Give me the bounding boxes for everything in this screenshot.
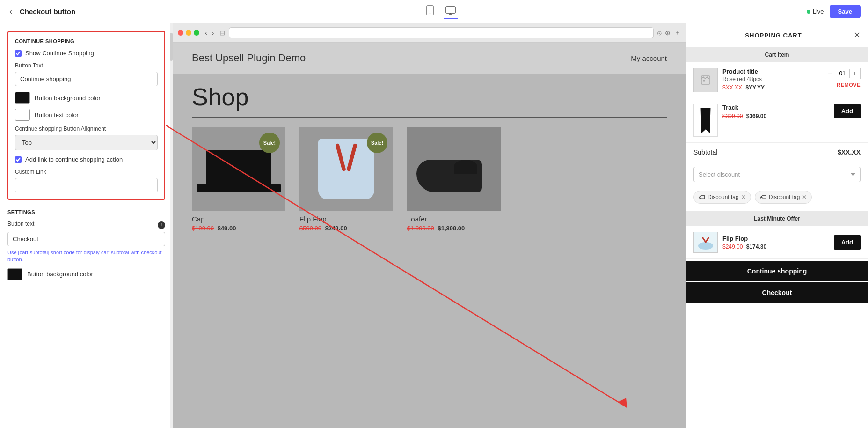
hat-brim [197, 184, 281, 192]
cart-item-title-2: Track [722, 104, 829, 111]
save-button[interactable]: Save [830, 5, 861, 18]
offer-info: Flip Flop $249.00 $174.30 [722, 235, 829, 250]
shop-divider [192, 117, 667, 118]
qty-control-1: − 01 + [824, 68, 861, 79]
cap-old-price: $199.00 [192, 225, 214, 232]
product-thumbnail-2 [693, 104, 718, 137]
add-button-track[interactable]: Add [834, 104, 861, 118]
scroll-thumb [170, 33, 173, 61]
custom-link-input[interactable] [15, 178, 158, 192]
product-prices-cap: $199.00 $49.00 [192, 225, 236, 232]
svg-point-1 [430, 13, 430, 14]
cart-item-header: Cart Item [686, 47, 868, 62]
bg-color-label: Button background color [35, 95, 101, 102]
item2-new-price: $369.00 [746, 113, 766, 119]
show-continue-label[interactable]: Show Continue Shopping [25, 50, 94, 57]
top-bar-left: ‹ Checkout button [7, 5, 75, 18]
hat-shape [206, 150, 271, 192]
cart-item-controls-1: − 01 + REMOVE [824, 68, 861, 88]
sale-badge-flipflop: Sale! [367, 133, 387, 153]
button-text-label: Button Text [15, 62, 158, 69]
show-continue-checkbox[interactable] [15, 50, 22, 57]
hint-text: Use [cart-subtotal] short code for dispa… [7, 249, 165, 264]
center-area: ‹ › ⊟ ⎋ ⊕ ＋ Best Upsell Plugin Demo My a… [173, 23, 686, 428]
svg-rect-2 [446, 7, 455, 13]
settings-button-text-label: Button text [7, 221, 34, 227]
continue-shopping-section: CONTINUE SHOPPING Show Continue Shopping… [7, 31, 165, 200]
shop-label: Shop [192, 83, 667, 111]
url-bar[interactable] [229, 27, 654, 38]
discount-tag-remove-1[interactable]: ✕ [741, 194, 746, 200]
discount-select[interactable]: Select discount [693, 167, 861, 182]
bg-color-row: Button background color [15, 92, 158, 104]
qty-increase-1[interactable]: + [850, 68, 860, 79]
desktop-icon[interactable] [444, 4, 458, 19]
text-color-row: Button text color [15, 109, 158, 121]
tag-icon-2: 🏷 [760, 193, 766, 201]
text-color-swatch[interactable] [15, 109, 30, 121]
add-button-offer[interactable]: Add [834, 235, 861, 250]
discount-tag-2[interactable]: 🏷 Discount tag ✕ [755, 191, 812, 204]
settings-bg-color-swatch[interactable] [7, 268, 22, 280]
discount-tag-remove-2[interactable]: ✕ [802, 194, 807, 200]
scroll-indicator[interactable] [170, 23, 173, 428]
shop-account-link[interactable]: My account [631, 54, 667, 62]
checkout-button[interactable]: Checkout [686, 282, 868, 303]
back-button[interactable]: ‹ [7, 5, 14, 18]
plus-button[interactable]: ＋ [674, 29, 681, 37]
cart-item-price-1: $XX.XX $YY.YY [722, 84, 819, 91]
offer-new-price: $174.30 [746, 244, 766, 250]
minimize-traffic-light[interactable] [186, 30, 191, 36]
qty-decrease-1[interactable]: − [824, 68, 835, 79]
sidebar-toggle-button[interactable]: ⊟ [219, 29, 225, 37]
product-prices-loafer: $1,999.00 $1,899.00 [407, 225, 465, 232]
product-img-cap: Sale! [192, 127, 285, 211]
discount-tag-label-1: Discount tag [708, 194, 739, 200]
settings-button-text-input[interactable] [7, 232, 165, 246]
top-bar: ‹ Checkout button Live Save [0, 0, 868, 23]
continue-shopping-title: CONTINUE SHOPPING [15, 38, 158, 44]
flipflop-offer-img [693, 232, 718, 253]
close-cart-button[interactable]: ✕ [853, 30, 861, 40]
offer-prices: $249.00 $174.30 [722, 244, 829, 250]
bg-color-swatch[interactable] [15, 92, 30, 104]
share-button[interactable]: ⎋ [657, 29, 661, 37]
loafer-old-price: $1,999.00 [407, 225, 434, 232]
bookmark-button[interactable]: ⊕ [665, 29, 671, 37]
button-text-input[interactable] [15, 72, 158, 86]
add-link-label[interactable]: Add link to continue shopping action [25, 156, 123, 163]
sale-badge-cap: Sale! [259, 133, 280, 153]
product-name-loafer: Loafer [407, 215, 427, 223]
subtotal-row: Subtotal $XX.XX [686, 143, 868, 162]
product-card-flipflop: Sale! Flip Flop $599.00 $249.00 [299, 127, 393, 232]
remove-button-1[interactable]: REMOVE [837, 82, 861, 88]
track-pants-icon [699, 108, 713, 133]
back-nav-button[interactable]: ‹ [203, 28, 209, 37]
cart-title: SHOPPING CART [693, 32, 853, 39]
settings-bg-color-row: Button background color [7, 268, 165, 280]
live-label: Live [813, 8, 824, 15]
top-bar-right: Live Save [807, 5, 861, 18]
add-link-checkbox[interactable] [15, 156, 22, 163]
product-prices-flipflop: $599.00 $249.00 [299, 225, 347, 232]
forward-nav-button[interactable]: › [210, 28, 216, 37]
nav-buttons: ‹ › [203, 28, 216, 37]
settings-bg-color-label: Button background color [27, 271, 93, 278]
mobile-icon[interactable] [424, 3, 436, 20]
info-icon[interactable]: ! [158, 221, 165, 229]
continue-shopping-button[interactable]: Continue shopping [686, 261, 868, 281]
discount-tag-1[interactable]: 🏷 Discount tag ✕ [693, 191, 751, 204]
svg-line-9 [706, 238, 708, 242]
alignment-select[interactable]: Top Bottom Center [15, 135, 158, 150]
shoe-shape [416, 146, 491, 192]
fullscreen-traffic-light[interactable] [194, 30, 199, 36]
shoe-toe [454, 160, 477, 174]
offer-name: Flip Flop [722, 235, 829, 242]
tag-icon-1: 🏷 [699, 193, 705, 201]
close-traffic-light[interactable] [178, 30, 183, 36]
shop-header: Best Upsell Plugin Demo My account [173, 43, 686, 74]
flipflop-offer: Flip Flop $249.00 $174.30 Add [686, 226, 868, 259]
discount-tags-area: 🏷 Discount tag ✕ 🏷 Discount tag ✕ [686, 187, 868, 209]
cart-item-info-1: Product title Rose red 48pcs $XX.XX $YY.… [722, 68, 819, 91]
cap-new-price: $49.00 [218, 225, 236, 232]
